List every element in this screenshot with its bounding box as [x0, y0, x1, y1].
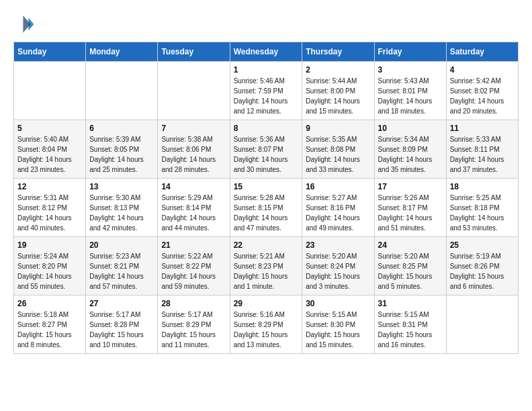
day-number: 22	[234, 240, 299, 250]
weekday-header-monday: Monday	[86, 42, 158, 62]
weekday-header-friday: Friday	[374, 42, 446, 62]
calendar-week-row: 1Sunrise: 5:46 AM Sunset: 7:59 PM Daylig…	[14, 62, 519, 120]
calendar-day-19: 19Sunrise: 5:24 AM Sunset: 8:20 PM Dayli…	[14, 237, 86, 295]
calendar-day-21: 21Sunrise: 5:22 AM Sunset: 8:22 PM Dayli…	[158, 237, 230, 295]
day-info: Sunrise: 5:26 AM Sunset: 8:17 PM Dayligh…	[378, 193, 443, 233]
calendar-week-row: 26Sunrise: 5:18 AM Sunset: 8:27 PM Dayli…	[14, 295, 519, 354]
day-info: Sunrise: 5:33 AM Sunset: 8:11 PM Dayligh…	[450, 134, 515, 175]
day-info: Sunrise: 5:16 AM Sunset: 8:29 PM Dayligh…	[234, 310, 299, 350]
day-info: Sunrise: 5:31 AM Sunset: 8:12 PM Dayligh…	[17, 193, 82, 233]
calendar-day-18: 18Sunrise: 5:25 AM Sunset: 8:18 PM Dayli…	[446, 179, 518, 237]
logo	[13, 13, 39, 35]
day-info: Sunrise: 5:20 AM Sunset: 8:25 PM Dayligh…	[378, 251, 443, 291]
calendar-day-27: 27Sunrise: 5:17 AM Sunset: 8:28 PM Dayli…	[86, 295, 158, 354]
calendar-day-15: 15Sunrise: 5:28 AM Sunset: 8:15 PM Dayli…	[230, 179, 302, 237]
day-info: Sunrise: 5:24 AM Sunset: 8:20 PM Dayligh…	[17, 251, 82, 291]
calendar-day-7: 7Sunrise: 5:38 AM Sunset: 8:06 PM Daylig…	[158, 120, 230, 179]
calendar-week-row: 19Sunrise: 5:24 AM Sunset: 8:20 PM Dayli…	[14, 237, 519, 295]
logo-icon	[13, 13, 35, 35]
svg-marker-1	[23, 15, 30, 33]
day-number: 5	[17, 124, 82, 133]
calendar-day-14: 14Sunrise: 5:29 AM Sunset: 8:14 PM Dayli…	[158, 179, 230, 237]
calendar-header-row: SundayMondayTuesdayWednesdayThursdayFrid…	[14, 42, 519, 62]
calendar-day-26: 26Sunrise: 5:18 AM Sunset: 8:27 PM Dayli…	[14, 295, 86, 354]
day-info: Sunrise: 5:34 AM Sunset: 8:09 PM Dayligh…	[378, 134, 443, 175]
day-info: Sunrise: 5:17 AM Sunset: 8:28 PM Dayligh…	[89, 310, 154, 350]
day-info: Sunrise: 5:25 AM Sunset: 8:18 PM Dayligh…	[450, 193, 515, 233]
day-number: 14	[161, 182, 226, 191]
calendar-day-12: 12Sunrise: 5:31 AM Sunset: 8:12 PM Dayli…	[14, 179, 86, 237]
day-number: 7	[161, 124, 226, 133]
calendar-day-20: 20Sunrise: 5:23 AM Sunset: 8:21 PM Dayli…	[86, 237, 158, 295]
day-info: Sunrise: 5:15 AM Sunset: 8:31 PM Dayligh…	[378, 310, 443, 350]
day-number: 17	[378, 182, 443, 191]
day-info: Sunrise: 5:38 AM Sunset: 8:06 PM Dayligh…	[161, 134, 226, 175]
calendar-day-22: 22Sunrise: 5:21 AM Sunset: 8:23 PM Dayli…	[230, 237, 302, 295]
day-info: Sunrise: 5:39 AM Sunset: 8:05 PM Dayligh…	[89, 134, 154, 175]
day-info: Sunrise: 5:19 AM Sunset: 8:26 PM Dayligh…	[450, 251, 515, 291]
calendar: SundayMondayTuesdayWednesdayThursdayFrid…	[13, 42, 519, 354]
calendar-day-8: 8Sunrise: 5:36 AM Sunset: 8:07 PM Daylig…	[230, 120, 302, 179]
calendar-day-10: 10Sunrise: 5:34 AM Sunset: 8:09 PM Dayli…	[374, 120, 446, 179]
day-number: 13	[89, 182, 154, 191]
day-number: 25	[450, 240, 515, 250]
calendar-day-16: 16Sunrise: 5:27 AM Sunset: 8:16 PM Dayli…	[302, 179, 374, 237]
calendar-day-23: 23Sunrise: 5:20 AM Sunset: 8:24 PM Dayli…	[302, 237, 374, 295]
day-number: 10	[378, 124, 443, 133]
day-number: 1	[234, 65, 299, 75]
day-number: 21	[161, 240, 226, 250]
day-number: 20	[89, 240, 154, 250]
day-number: 31	[378, 299, 443, 308]
calendar-empty-cell	[446, 295, 518, 354]
calendar-day-13: 13Sunrise: 5:30 AM Sunset: 8:13 PM Dayli…	[86, 179, 158, 237]
day-info: Sunrise: 5:17 AM Sunset: 8:29 PM Dayligh…	[161, 310, 226, 350]
calendar-day-30: 30Sunrise: 5:15 AM Sunset: 8:30 PM Dayli…	[302, 295, 374, 354]
calendar-day-28: 28Sunrise: 5:17 AM Sunset: 8:29 PM Dayli…	[158, 295, 230, 354]
page: SundayMondayTuesdayWednesdayThursdayFrid…	[0, 0, 532, 361]
day-info: Sunrise: 5:30 AM Sunset: 8:13 PM Dayligh…	[89, 193, 154, 233]
day-info: Sunrise: 5:18 AM Sunset: 8:27 PM Dayligh…	[17, 310, 82, 350]
calendar-day-31: 31Sunrise: 5:15 AM Sunset: 8:31 PM Dayli…	[374, 295, 446, 354]
calendar-empty-cell	[86, 62, 158, 120]
weekday-header-sunday: Sunday	[14, 42, 86, 62]
calendar-empty-cell	[14, 62, 86, 120]
day-number: 4	[450, 65, 515, 75]
calendar-day-2: 2Sunrise: 5:44 AM Sunset: 8:00 PM Daylig…	[302, 62, 374, 120]
day-number: 2	[306, 65, 370, 75]
day-info: Sunrise: 5:15 AM Sunset: 8:30 PM Dayligh…	[306, 310, 370, 350]
weekday-header-wednesday: Wednesday	[230, 42, 302, 62]
calendar-day-17: 17Sunrise: 5:26 AM Sunset: 8:17 PM Dayli…	[374, 179, 446, 237]
calendar-day-5: 5Sunrise: 5:40 AM Sunset: 8:04 PM Daylig…	[14, 120, 86, 179]
day-number: 12	[17, 182, 82, 191]
day-number: 8	[234, 124, 299, 133]
day-info: Sunrise: 5:35 AM Sunset: 8:08 PM Dayligh…	[306, 134, 370, 175]
day-info: Sunrise: 5:43 AM Sunset: 8:01 PM Dayligh…	[378, 76, 443, 116]
day-number: 15	[234, 182, 299, 191]
day-info: Sunrise: 5:42 AM Sunset: 8:02 PM Dayligh…	[450, 76, 515, 116]
day-number: 3	[378, 65, 443, 75]
day-number: 27	[89, 299, 154, 308]
day-number: 29	[234, 299, 299, 308]
day-number: 9	[306, 124, 370, 133]
day-number: 26	[17, 299, 82, 308]
day-info: Sunrise: 5:36 AM Sunset: 8:07 PM Dayligh…	[234, 134, 299, 175]
day-info: Sunrise: 5:22 AM Sunset: 8:22 PM Dayligh…	[161, 251, 226, 291]
calendar-day-11: 11Sunrise: 5:33 AM Sunset: 8:11 PM Dayli…	[446, 120, 518, 179]
calendar-day-4: 4Sunrise: 5:42 AM Sunset: 8:02 PM Daylig…	[446, 62, 518, 120]
weekday-header-tuesday: Tuesday	[158, 42, 230, 62]
calendar-day-1: 1Sunrise: 5:46 AM Sunset: 7:59 PM Daylig…	[230, 62, 302, 120]
day-info: Sunrise: 5:46 AM Sunset: 7:59 PM Dayligh…	[234, 76, 299, 116]
calendar-day-25: 25Sunrise: 5:19 AM Sunset: 8:26 PM Dayli…	[446, 237, 518, 295]
day-number: 23	[306, 240, 370, 250]
day-info: Sunrise: 5:28 AM Sunset: 8:15 PM Dayligh…	[234, 193, 299, 233]
calendar-day-6: 6Sunrise: 5:39 AM Sunset: 8:05 PM Daylig…	[86, 120, 158, 179]
weekday-header-saturday: Saturday	[446, 42, 518, 62]
day-info: Sunrise: 5:44 AM Sunset: 8:00 PM Dayligh…	[306, 76, 370, 116]
day-info: Sunrise: 5:20 AM Sunset: 8:24 PM Dayligh…	[306, 251, 370, 291]
weekday-header-thursday: Thursday	[302, 42, 374, 62]
day-info: Sunrise: 5:40 AM Sunset: 8:04 PM Dayligh…	[17, 134, 82, 175]
day-number: 28	[161, 299, 226, 308]
calendar-week-row: 5Sunrise: 5:40 AM Sunset: 8:04 PM Daylig…	[14, 120, 519, 179]
day-number: 11	[450, 124, 515, 133]
day-number: 18	[450, 182, 515, 191]
